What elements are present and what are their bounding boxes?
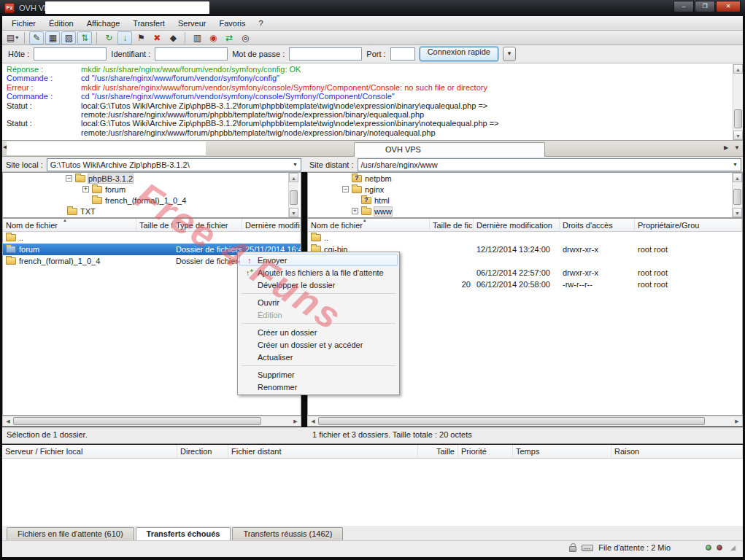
refresh-button[interactable]: ↻ [101, 31, 116, 44]
scrollbar-thumb[interactable] [318, 417, 705, 425]
scroll-up-icon[interactable]: ▲ [733, 173, 742, 182]
scrollbar-thumb[interactable] [734, 109, 742, 128]
filter-button[interactable]: ▥ [190, 31, 204, 44]
toggle-message-log-button[interactable]: ✎ [29, 31, 44, 44]
site-manager-dropdown-icon[interactable]: ▾ [15, 34, 18, 41]
local-path-combobox[interactable]: G:\Tutos Wiki\Archive Zip\phpBB-3.1.2\ ▼ [47, 158, 301, 171]
chevron-down-icon[interactable]: ▼ [730, 159, 741, 171]
tree-item[interactable]: − nginx [308, 184, 742, 195]
scroll-right-icon[interactable]: ▶ [732, 416, 742, 426]
expander-icon[interactable] [58, 208, 64, 214]
process-queue-button[interactable]: ↓ [117, 31, 132, 44]
local-tree-scrollbar[interactable]: ▲ ▼ [288, 173, 298, 217]
maximize-button[interactable]: ❐ [695, 1, 715, 12]
menu-item[interactable]: ? [252, 18, 270, 29]
tab-scroll-right-icon[interactable]: ▶ [724, 144, 728, 151]
menu-item[interactable]: Développer le dossier [239, 279, 398, 291]
tree-item[interactable]: + forum [3, 184, 301, 195]
compare-directories-button[interactable]: ◉ [206, 31, 220, 44]
remote-list-hscrollbar[interactable]: ◀ ▶ [307, 416, 743, 427]
column-header-owner[interactable]: Propriétaire/Grou [635, 219, 742, 231]
column-header-size[interactable]: Taille de f... [136, 219, 173, 231]
scrollbar-thumb[interactable] [733, 189, 741, 205]
queue-tab[interactable]: Transferts échoués [136, 527, 231, 540]
expander-icon[interactable] [82, 197, 89, 203]
username-input[interactable] [155, 47, 228, 61]
queue-tab[interactable]: Transferts réussis (1462) [232, 527, 343, 540]
remote-tree-scrollbar[interactable]: ▲ ▼ [732, 173, 742, 217]
menu-item[interactable]: Ajouter les fichiers à la file d'attente [239, 266, 398, 279]
quickconnect-button[interactable]: Connexion rapide [420, 47, 498, 61]
column-header-name[interactable]: Nom de fichier▲ [308, 219, 430, 231]
queue-tab[interactable]: Fichiers en file d'attente (610) [7, 527, 134, 540]
scroll-right-icon[interactable]: ▶ [290, 416, 301, 426]
menu-item[interactable]: Transfert [126, 18, 171, 29]
expander-icon[interactable]: + [352, 208, 358, 214]
column-header-type[interactable]: Type de fichier [173, 219, 242, 231]
scroll-left-icon[interactable]: ◀ [308, 416, 318, 426]
close-button[interactable]: ✕ [716, 1, 741, 12]
reconnect-button[interactable]: ◆ [166, 31, 180, 44]
cancel-operation-button[interactable]: ⚑ [134, 31, 148, 44]
scroll-down-icon[interactable]: ▼ [289, 208, 298, 217]
disconnect-button[interactable]: ✖ [150, 31, 164, 44]
column-header-modified[interactable]: Dernière modification [474, 219, 560, 231]
tree-item[interactable]: + www [308, 206, 742, 217]
expander-icon[interactable]: − [66, 175, 72, 182]
menu-item[interactable]: Édition [42, 18, 80, 29]
find-files-button[interactable]: ◎ [238, 31, 252, 44]
table-row[interactable]: .. [3, 232, 301, 244]
menu-item[interactable]: Édition [239, 308, 398, 321]
column-header-time[interactable]: Temps [513, 445, 611, 458]
menu-item[interactable]: Serveur [171, 18, 213, 29]
scroll-down-icon[interactable]: ▼ [733, 208, 742, 217]
tree-item[interactable]: TXT [3, 206, 301, 217]
scroll-left-icon[interactable]: ◀ [3, 416, 13, 426]
toggle-queue-button[interactable]: ⇅ [77, 31, 92, 44]
menu-item[interactable]: Envoyer [239, 254, 398, 266]
menu-item[interactable]: Affichage [80, 18, 127, 29]
column-header-name[interactable]: Nom de fichier▲ [3, 219, 136, 231]
chevron-down-icon[interactable]: ▼ [290, 159, 301, 171]
column-header-local-file[interactable]: Serveur / Fichier local [2, 445, 177, 458]
tree-item[interactable]: − phpBB-3.1.2 [3, 173, 301, 184]
menu-item[interactable]: Fichier [5, 18, 42, 29]
tree-item[interactable]: french_(formal)_1_0_4 [3, 195, 301, 206]
tab-list-icon[interactable]: ▼ [734, 144, 740, 151]
column-header-direction[interactable]: Direction [177, 445, 228, 458]
column-header-size[interactable]: Taille de fic... [430, 219, 474, 231]
menu-item[interactable]: Ouvrir [239, 296, 398, 308]
remote-path-combobox[interactable]: /usr/share/nginx/www ▼ [358, 158, 741, 171]
tree-item[interactable]: netpbm [308, 173, 742, 184]
column-header-modified[interactable]: Dernière modifica... [242, 219, 301, 231]
menu-item[interactable] [242, 293, 395, 294]
password-input[interactable] [289, 47, 362, 61]
expander-icon[interactable] [342, 175, 349, 182]
toggle-local-tree-button[interactable]: ▦ [45, 31, 60, 44]
speed-limit-icon[interactable]: ▪▪▪ [582, 545, 593, 551]
host-input[interactable] [34, 47, 107, 61]
column-header-priority[interactable]: Priorité [458, 445, 513, 458]
column-header-reason[interactable]: Raison [611, 445, 743, 458]
port-input[interactable] [390, 47, 415, 61]
menu-item[interactable] [242, 323, 395, 324]
table-row[interactable]: .. [308, 232, 742, 244]
scrollbar-thumb[interactable] [13, 417, 261, 425]
column-header-remote-file[interactable]: Fichier distant [228, 445, 418, 458]
menu-item[interactable]: Favoris [212, 18, 252, 29]
menu-item[interactable] [242, 365, 395, 366]
message-log-scrollbar[interactable]: ▲ ▼ [733, 64, 743, 140]
expander-icon[interactable]: + [82, 186, 89, 192]
tree-item[interactable]: html [308, 195, 742, 206]
server-tab-active[interactable]: OVH VPS [354, 142, 545, 157]
site-manager-button[interactable]: ▤▾ [5, 31, 20, 44]
expander-icon[interactable] [352, 197, 358, 203]
minimize-button[interactable]: – [673, 1, 694, 12]
menu-item[interactable]: Créer un dossier [239, 326, 398, 338]
scroll-up-icon[interactable]: ▲ [733, 64, 743, 74]
menu-item[interactable]: Actualiser [239, 351, 398, 363]
column-header-size[interactable]: Taille [418, 445, 458, 458]
scroll-up-icon[interactable]: ▲ [289, 173, 298, 182]
scrollbar-thumb[interactable] [290, 190, 298, 205]
column-header-permissions[interactable]: Droits d'accès [560, 219, 635, 231]
